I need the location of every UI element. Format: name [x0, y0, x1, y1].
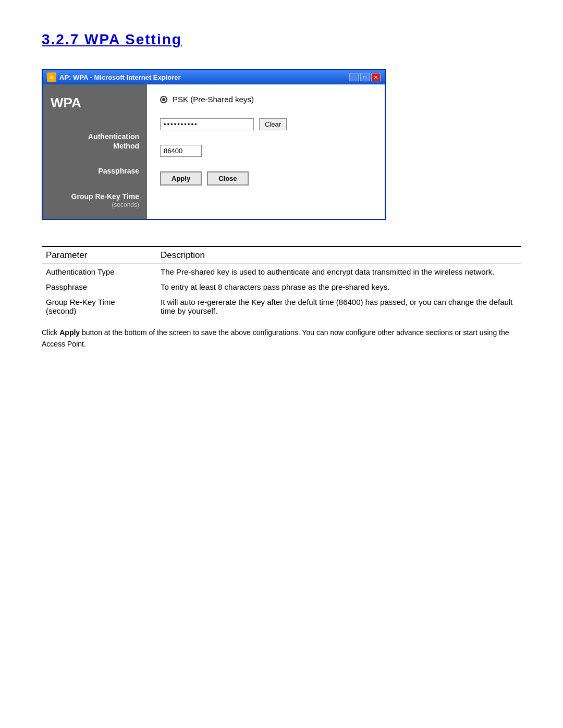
settings-sidebar: WPA Authentication Method Passphrase Gro…: [43, 84, 147, 219]
table-row: Group Re-Key Time(second) It will auto r…: [42, 294, 521, 318]
main-panel: PSK (Pre-Shared keys) Clear Apply Close: [147, 84, 385, 219]
rekey-row: [160, 145, 372, 157]
col-parameter: Parameter: [42, 246, 156, 264]
restore-button[interactable]: □: [360, 73, 370, 81]
browser-icon: e: [47, 72, 56, 82]
apply-button[interactable]: Apply: [160, 171, 202, 186]
desc-auth-type: The Pre-shared key is used to authentica…: [156, 264, 521, 279]
passphrase-input[interactable]: [160, 118, 254, 130]
psk-radio[interactable]: [160, 96, 167, 103]
sidebar-auth-label: Authentication Method: [51, 132, 139, 151]
page-title: 3.2.7 WPA Setting: [42, 31, 521, 48]
apply-bold: Apply: [59, 328, 80, 337]
param-auth-type: Authentication Type: [42, 264, 156, 279]
parameter-table: Parameter Description Authentication Typ…: [42, 246, 521, 318]
close-button[interactable]: ✕: [371, 73, 381, 81]
browser-content: WPA Authentication Method Passphrase Gro…: [43, 84, 385, 219]
sidebar-passphrase-label: Passphrase: [51, 166, 139, 176]
sidebar-wpa-title: WPA: [51, 95, 139, 111]
bottom-note: Click Apply button at the bottom of the …: [42, 327, 521, 350]
browser-title-area: e AP: WPA - Microsoft Internet Explorer: [47, 72, 181, 82]
param-passphrase: Passphrase: [42, 279, 156, 294]
browser-window: e AP: WPA - Microsoft Internet Explorer …: [42, 69, 386, 220]
browser-titlebar: e AP: WPA - Microsoft Internet Explorer …: [43, 70, 385, 84]
desc-rekey: It will auto re-gererate the Key after t…: [156, 294, 521, 318]
desc-passphrase: To entry at least 8 characters pass phra…: [156, 279, 521, 294]
browser-title-text: AP: WPA - Microsoft Internet Explorer: [59, 73, 181, 81]
browser-controls[interactable]: _ □ ✕: [349, 73, 381, 81]
minimize-button[interactable]: _: [349, 73, 359, 81]
param-rekey: Group Re-Key Time(second): [42, 294, 156, 318]
col-description: Description: [156, 246, 521, 264]
sidebar-rekey-label: Group Re-Key Time (seconds): [51, 192, 139, 208]
close-form-button[interactable]: Close: [207, 171, 248, 186]
table-row: Authentication Type The Pre-shared key i…: [42, 264, 521, 279]
auth-method-row: PSK (Pre-Shared keys): [160, 95, 372, 104]
clear-button[interactable]: Clear: [259, 118, 287, 130]
passphrase-row: Clear: [160, 118, 372, 130]
action-buttons: Apply Close: [160, 171, 372, 186]
table-row: Passphrase To entry at least 8 character…: [42, 279, 521, 294]
rekey-input[interactable]: [160, 145, 202, 157]
psk-label: PSK (Pre-Shared keys): [173, 95, 254, 104]
